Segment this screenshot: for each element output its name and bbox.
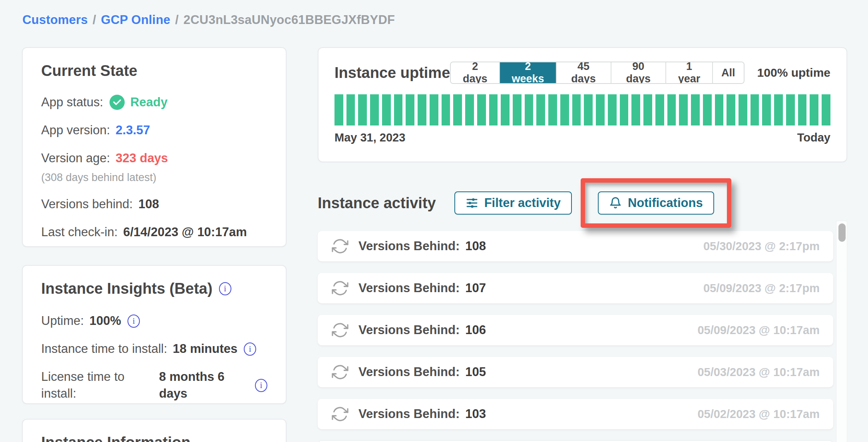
uptime-bar: [715, 94, 724, 125]
activity-row-value: 108: [465, 239, 486, 253]
refresh-icon: [331, 405, 349, 423]
uptime-bar: [631, 94, 640, 125]
uptime-bar: [751, 94, 759, 125]
uptime-title: Instance uptime: [334, 64, 450, 82]
breadcrumb-link[interactable]: Customers: [22, 13, 88, 27]
uptime-bar: [465, 94, 474, 125]
activity-scrollbar[interactable]: [836, 221, 847, 442]
uptime-range-tab[interactable]: 90 days: [611, 62, 666, 83]
uptime-bar: [572, 94, 581, 125]
activity-row: Versions Behind:10805/30/2023 @ 2:17pm: [318, 231, 833, 261]
field-label: Last check-in:: [41, 224, 117, 241]
activity-header: Instance activity Filter activity: [318, 178, 847, 228]
activity-row: Versions Behind:10705/09/2023 @ 2:17pm: [318, 273, 833, 303]
uptime-bar: [334, 94, 343, 125]
uptime-bar: [513, 94, 522, 125]
info-icon[interactable]: i: [255, 379, 267, 392]
field-row: App status:Ready: [41, 94, 267, 111]
uptime-bar: [501, 94, 510, 125]
instance-detail-page: Customers/GCP Online/2CU3nL3saUNyoc61BBE…: [0, 0, 868, 442]
uptime-bar: [655, 94, 664, 125]
field-row: App version:2.3.57: [41, 122, 267, 139]
activity-row-value: 105: [465, 365, 486, 379]
uptime-bar: [406, 94, 414, 125]
scrollbar-thumb[interactable]: [838, 223, 846, 242]
activity-row: Versions Behind:10605/09/2023 @ 10:17am: [318, 315, 833, 345]
filter-activity-label: Filter activity: [484, 196, 561, 210]
uptime-start-label: May 31, 2023: [334, 131, 405, 144]
activity-title: Instance activity: [318, 195, 436, 212]
field-value: 8 months 6 days: [159, 368, 249, 402]
uptime-range-tab[interactable]: 2 days: [451, 62, 500, 83]
uptime-bar: [418, 94, 426, 125]
refresh-icon: [331, 363, 349, 381]
uptime-bar: [679, 94, 688, 125]
info-icon[interactable]: i: [219, 282, 231, 295]
activity-row-label: Versions Behind:: [358, 281, 460, 295]
field-note: (308 days behind latest): [41, 171, 267, 184]
field-value: 18 minutes: [173, 340, 237, 357]
info-icon[interactable]: i: [244, 342, 256, 356]
uptime-bar: [667, 94, 676, 125]
uptime-bar: [620, 94, 629, 125]
uptime-bar: [786, 94, 795, 125]
activity-row-timestamp: 05/02/2023 @ 10:17am: [697, 408, 820, 421]
uptime-bar: [703, 94, 712, 125]
instance-insights-title: Instance Insights (Beta) i: [41, 280, 267, 297]
uptime-bar: [382, 94, 391, 125]
sliders-icon: [466, 197, 478, 209]
highlight-annotation: Notifications: [581, 178, 731, 228]
field-label: License time to install:: [41, 368, 153, 402]
uptime-range-tab[interactable]: All: [713, 62, 744, 83]
uptime-bar: [584, 94, 593, 125]
notifications-label: Notifications: [628, 196, 703, 210]
uptime-bar: [608, 94, 617, 125]
uptime-bar: [394, 94, 403, 125]
activity-list: Versions Behind:10805/30/2023 @ 2:17pmVe…: [318, 231, 833, 442]
uptime-bar: [477, 94, 486, 125]
current-state-fields: App status:ReadyApp version:2.3.57Versio…: [41, 94, 267, 241]
uptime-bar: [762, 94, 771, 125]
breadcrumb-separator: /: [93, 13, 96, 27]
current-state-title: Current State: [41, 62, 267, 80]
breadcrumb-link[interactable]: GCP Online: [101, 13, 171, 27]
field-label: Versions behind:: [41, 196, 133, 213]
uptime-bar: [525, 94, 534, 125]
instance-insights-fields: Uptime:100%iInstance time to install:18 …: [41, 313, 267, 402]
activity-row-timestamp: 05/09/2023 @ 2:17pm: [703, 282, 820, 295]
uptime-bar: [822, 94, 830, 125]
field-row: Version age:323 days: [41, 150, 267, 167]
uptime-header: Instance uptime 2 days2 weeks45 days90 d…: [334, 62, 830, 84]
uptime-bar: [691, 94, 700, 125]
instance-uptime-card: Instance uptime 2 days2 weeks45 days90 d…: [318, 47, 847, 162]
field-row: Last check-in:6/14/2023 @ 10:17am: [41, 224, 267, 241]
activity-row: Versions Behind:10305/02/2023 @ 10:17am: [318, 399, 833, 429]
uptime-bar-chart: [334, 94, 830, 125]
uptime-bar: [536, 94, 545, 125]
field-label: Uptime:: [41, 313, 84, 329]
field-label: Instance time to install:: [41, 340, 167, 357]
uptime-bar: [774, 94, 783, 125]
uptime-bar: [596, 94, 605, 125]
filter-activity-button[interactable]: Filter activity: [454, 191, 572, 215]
info-icon[interactable]: i: [127, 315, 140, 328]
breadcrumb-separator: /: [175, 13, 179, 27]
right-column: Instance uptime 2 days2 weeks45 days90 d…: [318, 47, 847, 442]
uptime-bar: [358, 94, 367, 125]
uptime-bar: [560, 94, 569, 125]
uptime-bar: [430, 94, 438, 125]
activity-row-label: Versions Behind:: [358, 239, 460, 253]
uptime-bar: [810, 94, 818, 125]
uptime-range-tab[interactable]: 2 weeks: [500, 62, 556, 83]
field-value: 100%: [90, 313, 121, 329]
refresh-icon: [331, 279, 349, 297]
field-row: License time to install:8 months 6 daysi: [41, 368, 267, 402]
activity-row-value: 103: [465, 407, 486, 421]
uptime-range-tab[interactable]: 45 days: [557, 62, 611, 83]
check-circle-icon: [109, 95, 125, 110]
field-row: Instance time to install:18 minutesi: [41, 340, 267, 357]
uptime-range-tab[interactable]: 1 year: [666, 62, 713, 83]
current-state-card: Current State App status:ReadyApp versio…: [22, 47, 287, 247]
uptime-bar: [727, 94, 735, 125]
notifications-button[interactable]: Notifications: [598, 191, 714, 215]
